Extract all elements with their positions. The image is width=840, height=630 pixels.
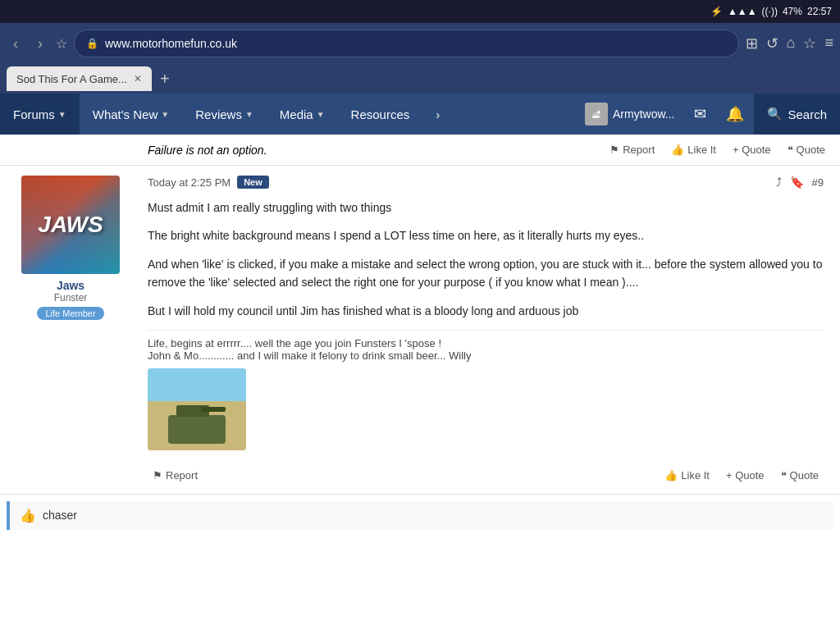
mail-icon: ✉ [694,105,706,123]
resources-label: Resources [351,107,410,121]
grid-icon[interactable]: ⊞ [746,34,758,52]
status-bar: ⚡ ▲▲▲ ((·)) 47% 22:57 [0,0,840,23]
post-9-quote-button[interactable]: ❝ Quote [776,467,824,484]
nav-username: Armytwow... [613,107,674,121]
tank-image [148,368,246,450]
signal-icon: ▲▲▲ [728,6,757,17]
nav-search-button[interactable]: 🔍 Search [754,94,840,135]
nav-notifications-button[interactable]: 🔔 [716,94,754,135]
nav-media[interactable]: Media ▼ [267,94,338,135]
post-9-footer: ⚑ Report 👍 Like It + Quote ❝ Quote [148,460,824,484]
forum-content: Failure is not an option. ⚑ Report 👍 Lik… [0,135,840,630]
more-icon: › [436,107,440,121]
nav-more[interactable]: › [422,94,453,135]
tab-bar: Sod This For A Game... ✕ + [0,64,840,94]
post-9-like-label: Like It [681,469,710,482]
jaws-role: Funster [54,292,88,304]
wifi-icon: ((·)) [762,6,778,17]
browser-toolbar: ‹ › ☆ 🔒 www.motorhomefun.co.uk ⊞ ↺ ⌂ ☆ ≡ [0,23,840,64]
refresh-icon[interactable]: ↺ [766,34,778,52]
post-9-header: Today at 2:25 PM New ⤴ 🔖 #9 [148,176,824,189]
tab-close-button[interactable]: ✕ [134,73,142,84]
chaser-reply-preview[interactable]: 👍 chaser [7,501,833,530]
reviews-label: Reviews [195,107,242,121]
user-avatar-small: 🏕 [585,103,608,126]
bell-icon: 🔔 [726,105,744,123]
post-9-quote-add-label: + Quote [726,469,765,482]
nav-whats-new[interactable]: What's New ▼ [80,94,182,135]
post-9-para4: But I will hold my council until Jim has… [148,302,824,320]
search-icon: 🔍 [767,107,783,121]
clock: 22:57 [807,6,832,17]
post-9-para2: The bright white background means I spen… [148,226,824,244]
post-9-body: Today at 2:25 PM New ⤴ 🔖 #9 Must admit I… [141,176,830,484]
nav-forums[interactable]: Forums ▼ [0,94,80,135]
sig-line-2: John & Mo............ and I will make it… [148,349,824,362]
forums-label: Forums [13,107,55,121]
post-9-report-button[interactable]: ⚑ Report [148,467,203,484]
post-9-quote-add-button[interactable]: + Quote [721,467,769,484]
bluetooth-icon: ⚡ [710,6,723,17]
quote-icon-prev: ❝ [788,144,793,156]
chaser-like-icon: 👍 [20,508,36,523]
nav-mail-button[interactable]: ✉ [684,94,716,135]
like-icon: 👍 [671,144,684,156]
bookmark-icon[interactable]: 🔖 [790,176,804,189]
prev-quote-add-label: + Quote [733,144,771,156]
nav-user-profile[interactable]: 🏕 Armytwow... [575,103,684,126]
nav-resources[interactable]: Resources [338,94,423,135]
home-icon[interactable]: ⌂ [787,34,796,52]
address-bar[interactable]: 🔒 www.motorhomefun.co.uk [74,30,739,57]
post-9-image [148,368,246,450]
media-label: Media [280,107,313,121]
post-9-time: Today at 2:25 PM [148,176,231,189]
jaws-avatar-text: JAWS [38,212,103,238]
bookmarks-icon[interactable]: ☆ [803,34,816,52]
quote-icon-9: ❝ [781,469,787,482]
post-9-report-label: Report [166,469,198,482]
url-text: www.motorhomefun.co.uk [105,37,237,50]
post-9-signature: Life, begins at errrrr.... well the age … [148,330,824,450]
share-icon[interactable]: ⤴ [776,176,782,189]
search-label: Search [788,107,827,121]
thumbsup-icon-9: 👍 [664,469,678,482]
post-9-quote-label: Quote [790,469,819,482]
prev-like-label: Like It [687,144,716,156]
new-tab-button[interactable]: + [155,70,175,89]
tank-shape [168,415,226,444]
favorite-button[interactable]: ☆ [56,36,67,52]
prev-quote-add-button[interactable]: + Quote [728,141,776,158]
whats-new-label: What's New [93,107,158,121]
sig-line-1: Life, begins at errrrr.... well the age … [148,337,824,349]
jaws-avatar: JAWS [21,176,120,274]
prev-quote-label: Quote [797,144,825,156]
menu-icon[interactable]: ≡ [824,34,833,52]
jaws-avatar-image: JAWS [21,176,120,274]
post-9-text: Must admit I am really struggling with t… [148,199,824,320]
battery-indicator: 47% [783,6,802,17]
post-9: JAWS Jaws Funster Life Member Today at 2… [0,166,840,495]
status-icons: ⚡ ▲▲▲ ((·)) 47% 22:57 [710,6,832,17]
tab-title: Sod This For A Game... [16,73,127,85]
lock-icon: 🔒 [86,38,98,49]
flag-icon: ⚑ [609,144,619,156]
prev-report-button[interactable]: ⚑ Report [605,141,660,158]
reviews-dropdown-arrow: ▼ [245,110,253,119]
forum-navbar: Forums ▼ What's New ▼ Reviews ▼ Media ▼ … [0,94,840,135]
post-9-like-button[interactable]: 👍 Like It [660,467,714,484]
prev-quote-button[interactable]: ❝ Quote [783,141,830,158]
post-9-new-badge: New [237,176,269,189]
browser-actions: ⊞ ↺ ⌂ ☆ ≡ [746,34,833,52]
active-tab[interactable]: Sod This For A Game... ✕ [7,66,152,91]
back-button[interactable]: ‹ [7,32,25,56]
post-9-number: #9 [812,176,824,189]
forward-button[interactable]: › [31,32,49,56]
nav-reviews[interactable]: Reviews ▼ [182,94,267,135]
media-dropdown-arrow: ▼ [317,110,325,119]
prev-post-section: Failure is not an option. ⚑ Report 👍 Lik… [0,135,840,166]
prev-like-button[interactable]: 👍 Like It [666,141,721,158]
prev-post-italic-text: Failure is not an option. [148,144,267,157]
flag-icon-9: ⚑ [153,469,162,482]
chaser-username[interactable]: chaser [43,509,77,522]
jaws-username[interactable]: Jaws [57,279,84,292]
